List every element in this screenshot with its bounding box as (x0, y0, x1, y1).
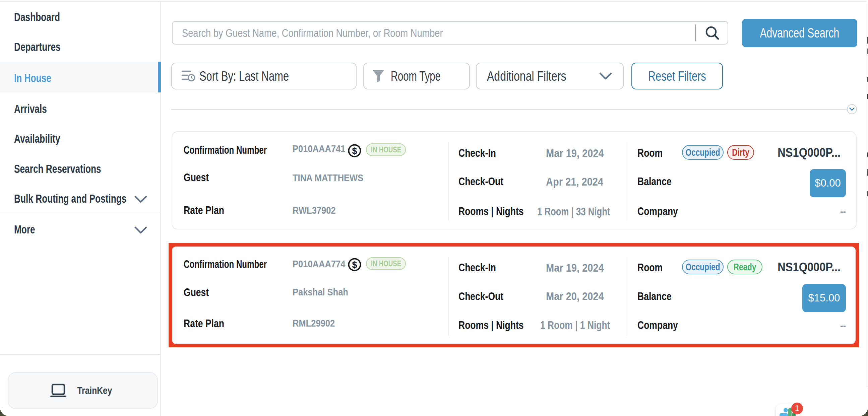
svg-text:$: $ (352, 260, 357, 270)
svg-text:$: $ (352, 146, 357, 156)
